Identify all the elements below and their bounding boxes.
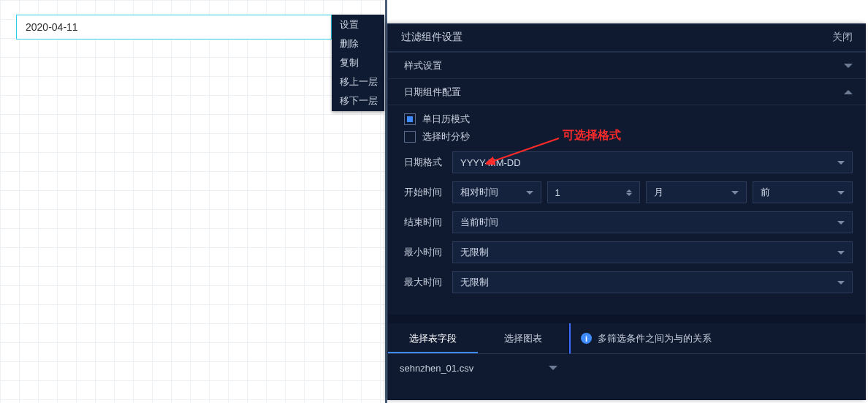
chevron-down-icon <box>837 281 845 285</box>
context-menu: 设置 删除 复制 移上一层 移下一层 <box>332 15 384 111</box>
select-min-time-value: 无限制 <box>460 246 489 259</box>
chevron-down-icon <box>837 251 845 255</box>
info-icon: i <box>581 333 592 344</box>
panel-title: 过滤组件设置 <box>401 31 462 44</box>
chevron-down-icon <box>526 191 533 195</box>
chevron-down-icon <box>731 191 739 195</box>
row-min-time: 最小时间 无限制 <box>404 241 853 263</box>
file-select[interactable]: sehnzhen_01.csv <box>388 354 569 382</box>
checkbox-single-calendar-label: 单日历模式 <box>422 113 470 126</box>
row-end-time: 结束时间 当前时间 <box>404 211 853 233</box>
select-start-direction-value: 前 <box>761 186 770 199</box>
tabs: 选择表字段 选择图表 <box>388 323 569 354</box>
context-menu-move-up[interactable]: 移上一层 <box>332 72 384 91</box>
chevron-down-icon <box>837 161 845 165</box>
select-start-unit[interactable]: 月 <box>646 181 747 203</box>
context-menu-move-down[interactable]: 移下一层 <box>332 91 384 110</box>
section-style-settings[interactable]: 样式设置 <box>388 52 866 78</box>
select-min-time[interactable]: 无限制 <box>452 241 853 263</box>
section-date-config[interactable]: 日期组件配置 <box>388 78 866 105</box>
design-canvas[interactable]: 2020-04-11 设置 删除 复制 移上一层 移下一层 <box>0 0 387 403</box>
label-end-time: 结束时间 <box>404 216 452 229</box>
number-stepper[interactable] <box>626 189 632 196</box>
label-date-format: 日期格式 <box>404 156 452 169</box>
row-start-time: 开始时间 相对时间 1 月 前 <box>404 181 853 203</box>
input-start-amount[interactable]: 1 <box>547 181 641 203</box>
checkbox-single-calendar[interactable]: 单日历模式 <box>404 113 853 126</box>
label-max-time: 最大时间 <box>404 276 452 289</box>
context-menu-copy[interactable]: 复制 <box>332 53 384 72</box>
context-menu-settings[interactable]: 设置 <box>332 15 384 34</box>
info-bar: i 多筛选条件之间为与的关系 <box>569 323 866 354</box>
select-date-format[interactable]: YYYY-MM-DD <box>452 151 853 173</box>
row-date-format: 日期格式 YYYY-MM-DD <box>404 151 853 173</box>
tab-select-field[interactable]: 选择表字段 <box>388 323 478 354</box>
select-start-mode[interactable]: 相对时间 <box>452 181 541 203</box>
date-picker-component[interactable]: 2020-04-11 <box>16 15 332 39</box>
panel-header: 过滤组件设置 关闭 <box>388 24 866 52</box>
date-picker-value: 2020-04-11 <box>26 21 78 33</box>
chevron-down-icon <box>844 64 853 68</box>
select-max-time[interactable]: 无限制 <box>452 271 853 293</box>
select-end-time[interactable]: 当前时间 <box>452 211 853 233</box>
checkbox-select-hms-label: 选择时分秒 <box>422 130 470 143</box>
select-max-time-value: 无限制 <box>460 276 489 289</box>
chevron-down-icon <box>837 191 845 195</box>
chevron-down-icon <box>549 366 557 370</box>
label-start-time: 开始时间 <box>404 186 452 199</box>
select-start-direction[interactable]: 前 <box>753 181 853 203</box>
close-button[interactable]: 关闭 <box>832 31 853 44</box>
select-end-time-value: 当前时间 <box>460 216 498 229</box>
checkbox-select-hms[interactable]: 选择时分秒 <box>404 130 853 143</box>
step-up-icon <box>626 189 632 192</box>
select-start-unit-value: 月 <box>654 186 663 199</box>
checkbox-icon <box>404 113 416 125</box>
input-start-amount-value: 1 <box>555 187 560 198</box>
section-date-config-title: 日期组件配置 <box>404 86 461 99</box>
row-max-time: 最大时间 无限制 <box>404 271 853 293</box>
filter-settings-panel: 过滤组件设置 关闭 样式设置 日期组件配置 单日历模式 选择时分秒 日期格式 Y… <box>387 23 866 400</box>
context-menu-delete[interactable]: 删除 <box>332 34 384 53</box>
chevron-up-icon <box>844 90 853 94</box>
chevron-down-icon <box>837 221 845 225</box>
step-down-icon <box>626 193 632 196</box>
select-date-format-value: YYYY-MM-DD <box>460 157 521 168</box>
select-start-mode-value: 相对时间 <box>460 186 498 199</box>
info-text: 多筛选条件之间为与的关系 <box>598 332 712 345</box>
tabs-row: 选择表字段 选择图表 i 多筛选条件之间为与的关系 <box>388 323 866 354</box>
label-min-time: 最小时间 <box>404 246 452 259</box>
checkbox-icon <box>404 131 416 143</box>
tab-select-chart[interactable]: 选择图表 <box>478 323 568 354</box>
file-select-value: sehnzhen_01.csv <box>400 363 473 374</box>
panel-bottom: 选择表字段 选择图表 i 多筛选条件之间为与的关系 sehnzhen_01.cs… <box>388 315 866 400</box>
section-style-title: 样式设置 <box>404 59 442 72</box>
section-date-config-body: 单日历模式 选择时分秒 日期格式 YYYY-MM-DD 开始时间 相对时间 1 <box>388 105 866 315</box>
